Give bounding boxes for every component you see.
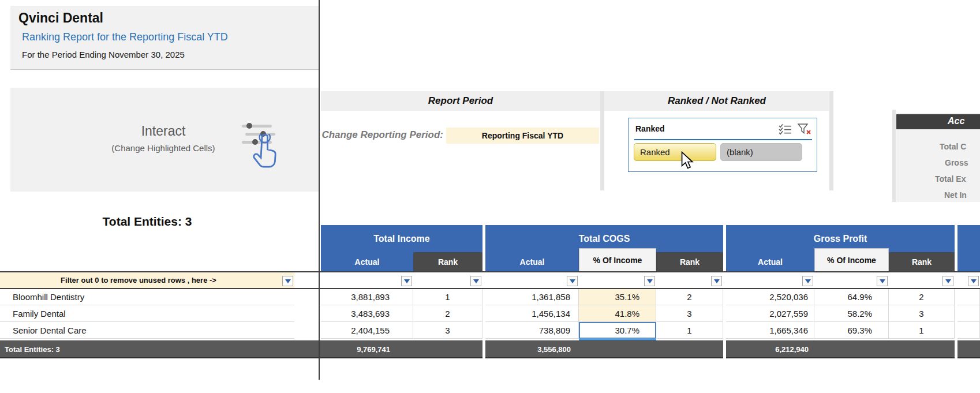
gp-rank-cell: 1	[889, 322, 955, 339]
slicer-title: Ranked	[635, 124, 665, 133]
filter-cell	[413, 272, 482, 289]
filter-cell	[485, 272, 579, 289]
totals-cell	[579, 340, 656, 358]
col-header-income-actual: Actual	[321, 252, 413, 272]
report-title: Ranking Report for the Reporting Fiscal …	[22, 31, 228, 43]
report-period-section-title: Report Period	[428, 95, 493, 107]
col-header-cogs-rank: Rank	[656, 252, 723, 272]
totals-income-actual: 9,769,741	[321, 340, 413, 358]
ranked-slicer: Ranked	[628, 118, 817, 172]
gp-rank-cell: 3	[889, 305, 955, 322]
account-row-label: Net In	[944, 190, 967, 200]
company-name: Qvinci Dental	[18, 10, 103, 26]
filter-cell	[321, 272, 413, 289]
cogs-rank-cell: 3	[656, 305, 723, 322]
totals-cell	[656, 340, 723, 358]
ranking-table: Total Income Total COGS Gross Profit Act…	[0, 225, 980, 358]
income-rank-cell: 1	[413, 289, 482, 305]
filter-dropdown[interactable]	[877, 276, 888, 286]
clipped-cell	[957, 305, 980, 322]
cogs-actual-cell: 1,456,134	[485, 305, 579, 322]
pane-divider	[319, 0, 320, 380]
entity-name: Senior Dental Care	[0, 322, 294, 339]
filter-dropdown[interactable]	[942, 276, 953, 286]
table-rule	[0, 288, 980, 289]
filter-cell	[579, 272, 656, 289]
cogs-pct-cell[interactable]: 35.1%	[579, 289, 656, 305]
ranked-section-title: Ranked / Not Ranked	[668, 95, 766, 107]
filter-dropdown[interactable]	[401, 276, 412, 286]
cogs-pct-cell[interactable]: 41.8%	[579, 305, 656, 322]
filter-dropdown[interactable]	[802, 276, 813, 286]
slicer-option-blank[interactable]: (blank)	[720, 143, 802, 161]
clear-filter-icon[interactable]	[797, 123, 812, 136]
clipped-cell	[957, 322, 980, 339]
report-header-panel: Qvinci Dental Ranking Report for the Rep…	[10, 6, 319, 70]
section-separator	[600, 91, 604, 190]
cogs-rank-cell: 1	[656, 322, 723, 339]
col-header-gp-rank: Rank	[889, 252, 955, 272]
spreadsheet-report: Qvinci Dental Ranking Report for the Rep…	[0, 0, 980, 393]
reporting-period-value-cell[interactable]: Reporting Fiscal YTD	[446, 128, 599, 144]
totals-label: Total Entities: 3	[0, 340, 321, 358]
change-reporting-period-label: Change Reporting Period:	[300, 129, 443, 141]
group-header-total-income: Total Income	[321, 225, 482, 252]
gp-rank-cell: 2	[889, 289, 955, 305]
group-header-clipped	[957, 225, 980, 252]
income-rank-cell: 2	[413, 305, 482, 322]
filter-hint-text: Filter out 0 to remove unused rows , her…	[61, 276, 216, 285]
report-period-band: Report Period	[321, 91, 600, 111]
filter-dropdown[interactable]	[470, 276, 481, 286]
ranked-band: Ranked / Not Ranked	[604, 91, 829, 111]
interact-subtitle: (Change Highlighted Cells)	[62, 143, 264, 153]
filter-dropdown[interactable]	[968, 276, 979, 286]
entity-name: Bloomhill Dentistry	[0, 289, 294, 305]
filter-cell	[889, 272, 955, 289]
income-rank-cell: 3	[413, 322, 482, 339]
interact-panel: Interact (Change Highlighted Cells)	[10, 88, 319, 192]
hand-cursor-icon	[252, 134, 278, 170]
multi-select-icon[interactable]	[777, 123, 792, 136]
totals-cell	[413, 340, 482, 358]
interact-title: Interact	[80, 123, 247, 139]
col-header-clipped	[957, 252, 980, 272]
gp-actual-cell: 2,027,559	[726, 305, 814, 322]
col-header-income-rank: Rank	[413, 252, 482, 272]
slicer-option-ranked[interactable]: Ranked	[634, 143, 716, 161]
mouse-cursor-icon	[680, 151, 694, 170]
gp-pct-cell: 58.2%	[814, 305, 889, 322]
cogs-actual-cell: 738,809	[485, 322, 579, 339]
income-actual-cell: 3,483,693	[321, 305, 413, 322]
cogs-pct-cell-selected[interactable]: 30.7%	[579, 322, 656, 339]
section-separator	[829, 91, 833, 190]
cogs-rank-cell: 2	[656, 289, 723, 305]
filter-cell	[814, 272, 889, 289]
account-row-label: Total Ex	[935, 174, 966, 184]
accounts-header-text: Acc	[948, 116, 964, 126]
section-separator	[892, 110, 896, 202]
account-row-label: Gross	[945, 158, 968, 167]
filter-dropdown[interactable]	[711, 276, 722, 286]
cogs-actual-cell: 1,361,858	[485, 289, 579, 305]
filter-dropdown[interactable]	[644, 276, 655, 286]
filter-cell	[957, 272, 980, 289]
selection-underline	[579, 338, 656, 340]
slicer-header: Ranked	[634, 122, 812, 140]
col-header-cogs-pct: % Of Income	[579, 248, 656, 272]
entity-name: Family Dental	[0, 305, 294, 322]
gp-actual-cell: 2,520,036	[726, 289, 814, 305]
clipped-cell	[957, 289, 980, 305]
gp-pct-cell: 69.3%	[814, 322, 889, 339]
totals-gp-actual: 6,212,940	[726, 340, 814, 358]
gp-pct-cell: 64.9%	[814, 289, 889, 305]
report-period-subtitle: For the Period Ending November 30, 2025	[22, 50, 185, 59]
totals-cogs-actual: 3,556,800	[485, 340, 579, 358]
filter-dropdown[interactable]	[567, 276, 578, 286]
gp-actual-cell: 1,665,346	[726, 322, 814, 339]
account-row-label: Total C	[940, 142, 966, 151]
filter-dropdown[interactable]	[282, 276, 293, 286]
col-header-gp-pct: % Of Income	[814, 248, 889, 272]
totals-cell	[957, 340, 980, 358]
filter-cell	[656, 272, 723, 289]
totals-cell	[814, 340, 889, 358]
